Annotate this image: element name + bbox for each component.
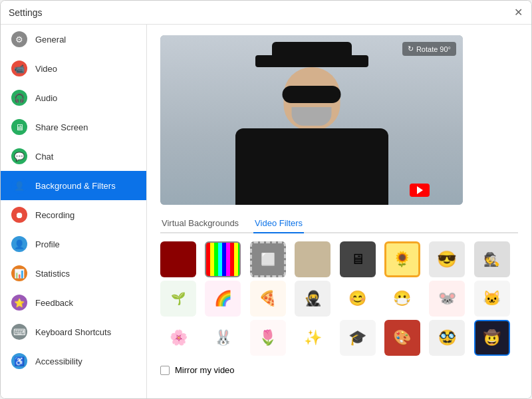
sidebar-label-chat: Chat bbox=[35, 152, 53, 162]
filter-tabs: Virtual Backgrounds Video Filters bbox=[160, 214, 518, 233]
cute1-emoji: 😊 bbox=[348, 290, 366, 307]
sidebar-label-keyboard-shortcuts: Keyboard Shortcuts bbox=[35, 327, 111, 337]
grad-hat-emoji: 🎓 bbox=[348, 329, 366, 346]
sidebar-label-share-screen: Share Screen bbox=[35, 122, 88, 132]
flower-face-emoji: 🌸 bbox=[170, 329, 188, 346]
mirror-checkbox[interactable] bbox=[160, 366, 170, 375]
mustache-emoji: 🥸 bbox=[438, 329, 456, 346]
sidebar-item-feedback[interactable]: ⭐ Feedback bbox=[1, 288, 146, 317]
mask bbox=[283, 86, 341, 103]
sunflower-icon: 🌻 bbox=[393, 251, 411, 268]
video-preview: ↻ Rotate 90° bbox=[160, 35, 463, 205]
rotate-icon: ↻ bbox=[408, 45, 414, 53]
main-content: ⚙ General 📹 Video 🎧 Audio 🖥 Share Screen… bbox=[1, 25, 531, 398]
rotate-label: Rotate 90° bbox=[416, 45, 451, 53]
frame-icon: ⬜ bbox=[261, 252, 275, 267]
filter-bandit-face[interactable]: 🕵️ bbox=[474, 241, 510, 277]
filter-cute2[interactable]: 🐱 bbox=[474, 281, 510, 317]
tab-video-filters[interactable]: Video Filters bbox=[253, 214, 304, 233]
rotate-button[interactable]: ↻ Rotate 90° bbox=[402, 42, 456, 56]
youtube-icon bbox=[410, 184, 430, 197]
tab-virtual-backgrounds[interactable]: Virtual Backgrounds bbox=[160, 214, 240, 233]
sidebar-label-statistics: Statistics bbox=[35, 269, 70, 279]
rainbow-emoji: 🌈 bbox=[214, 290, 232, 307]
pizza-emoji: 🍕 bbox=[259, 290, 277, 307]
sidebar-icon-background-filters: 👤 bbox=[11, 178, 27, 194]
sidebar-item-recording[interactable]: ⏺ Recording bbox=[1, 200, 146, 229]
mouse-emoji: 🐭 bbox=[438, 290, 456, 307]
sidebar-icon-feedback: ⭐ bbox=[11, 295, 27, 311]
sidebar-label-accessibility: Accessibility bbox=[35, 356, 82, 366]
filter-room[interactable] bbox=[295, 241, 331, 277]
content-area: ↻ Rotate 90° Virtual Backgrounds Video F… bbox=[147, 25, 531, 398]
filters-wrapper: ⬜ 🖥 🌻 😎 🕵️ bbox=[160, 241, 518, 356]
filter-red-curtain[interactable] bbox=[160, 241, 196, 277]
bandit-face-emoji: 🕵️ bbox=[483, 251, 500, 267]
cherry-emoji: 🌷 bbox=[259, 329, 277, 346]
sidebar-icon-share-screen: 🖥 bbox=[11, 119, 27, 135]
body bbox=[235, 128, 388, 205]
titlebar: Settings ✕ bbox=[1, 1, 531, 25]
sidebar-item-statistics[interactable]: 📊 Statistics bbox=[1, 259, 146, 288]
sidebar-label-recording: Recording bbox=[35, 210, 74, 220]
filter-flower-face[interactable]: 🌸 bbox=[160, 320, 196, 356]
sidebar-item-audio[interactable]: 🎧 Audio bbox=[1, 83, 146, 112]
filter-monitor[interactable]: 🖥 bbox=[340, 241, 376, 277]
sidebar: ⚙ General 📹 Video 🎧 Audio 🖥 Share Screen… bbox=[1, 25, 147, 398]
sidebar-icon-accessibility: ♿ bbox=[11, 353, 27, 369]
filter-grad-hat[interactable]: 🎓 bbox=[340, 320, 376, 356]
sidebar-label-audio: Audio bbox=[35, 93, 57, 103]
sprout-emoji: 🌱 bbox=[171, 291, 186, 306]
filter-tv[interactable] bbox=[205, 241, 241, 277]
filter-pizza[interactable]: 🍕 bbox=[250, 281, 286, 317]
sidebar-item-video[interactable]: 📹 Video bbox=[1, 54, 146, 83]
sidebar-icon-keyboard-shortcuts: ⌨ bbox=[11, 324, 27, 340]
filter-bunny[interactable]: 🐰 bbox=[205, 320, 241, 356]
monitor-icon: 🖥 bbox=[350, 251, 365, 268]
filter-cherry[interactable]: 🌷 bbox=[250, 320, 286, 356]
sidebar-item-general[interactable]: ⚙ General bbox=[1, 25, 146, 54]
sparkle-emoji: ✨ bbox=[304, 329, 322, 346]
sidebar-icon-chat: 💬 bbox=[11, 148, 27, 164]
hat-brim bbox=[255, 55, 368, 67]
filter-sunflower[interactable]: 🌻 bbox=[384, 241, 420, 277]
filter-rainbow[interactable]: 🌈 bbox=[205, 281, 241, 317]
sidebar-item-chat[interactable]: 💬 Chat bbox=[1, 142, 146, 171]
filter-cute1[interactable]: 😊 bbox=[340, 281, 376, 317]
window-title: Settings bbox=[9, 7, 43, 18]
sidebar-item-profile[interactable]: 👤 Profile bbox=[1, 229, 146, 259]
sidebar-item-share-screen[interactable]: 🖥 Share Screen bbox=[1, 112, 146, 142]
sidebar-icon-recording: ⏺ bbox=[11, 207, 27, 223]
filter-beret[interactable]: 🎨 bbox=[384, 320, 420, 356]
sidebar-icon-video: 📹 bbox=[11, 61, 27, 76]
filter-frame[interactable]: ⬜ bbox=[250, 241, 286, 277]
sidebar-item-accessibility[interactable]: ♿ Accessibility bbox=[1, 346, 146, 376]
bunny-emoji: 🐰 bbox=[214, 329, 232, 346]
sidebar-icon-audio: 🎧 bbox=[11, 90, 27, 106]
filter-mouse[interactable]: 🐭 bbox=[429, 281, 465, 317]
close-button[interactable]: ✕ bbox=[513, 7, 523, 18]
filter-sprout[interactable]: 🌱 bbox=[160, 281, 196, 317]
shades-emoji: 😎 bbox=[437, 250, 457, 269]
head bbox=[283, 67, 340, 130]
sidebar-label-feedback: Feedback bbox=[35, 298, 73, 308]
filter-bandit[interactable]: 🤠 Bandit bbox=[474, 320, 510, 356]
sidebar-label-general: General bbox=[35, 35, 66, 45]
sidebar-item-keyboard-shortcuts[interactable]: ⌨ Keyboard Shortcuts bbox=[1, 317, 146, 346]
sidebar-icon-general: ⚙ bbox=[11, 31, 27, 47]
sidebar-label-background-filters: Background & Filters bbox=[35, 181, 116, 191]
sidebar-icon-statistics: 📊 bbox=[11, 265, 27, 281]
filter-shades[interactable]: 😎 bbox=[429, 241, 465, 277]
cute2-emoji: 🐱 bbox=[483, 290, 501, 307]
bandit-emoji: 🤠 bbox=[483, 329, 501, 346]
sidebar-item-background-filters[interactable]: 👤 Background & Filters bbox=[1, 171, 146, 200]
filter-mustache[interactable]: 🥸 bbox=[429, 320, 465, 356]
sidebar-icon-profile: 👤 bbox=[11, 236, 27, 252]
filter-mask-face[interactable]: 😷 bbox=[384, 281, 420, 317]
mirror-label: Mirror my video bbox=[175, 365, 235, 375]
mirror-row: Mirror my video bbox=[160, 365, 518, 375]
filter-sparkle[interactable]: ✨ bbox=[295, 320, 331, 356]
video-background bbox=[160, 35, 463, 205]
sidebar-label-profile: Profile bbox=[35, 239, 60, 249]
filter-ninja[interactable]: 🥷 bbox=[295, 281, 331, 317]
